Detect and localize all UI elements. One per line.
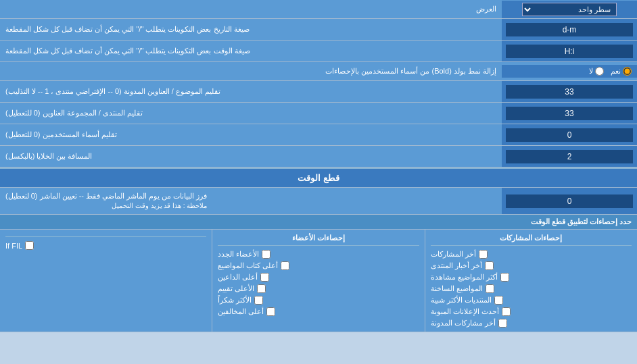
main-container: العرض سطر واحدسطرينثلاثة أسطر صيغة التار… <box>0 0 637 332</box>
stats-col-posts: إحصاءات المشاركات أخر المشاركات أخر أخبا… <box>425 230 637 332</box>
stat-mem-5: الأكثر شكراً <box>218 294 419 306</box>
radio-no-input[interactable] <box>595 67 604 76</box>
stat-post-1-checkbox[interactable] <box>479 250 488 259</box>
time-format-input-container <box>502 41 637 61</box>
stat-post-6-checkbox[interactable] <box>502 307 511 316</box>
stat-post-7-checkbox[interactable] <box>498 319 507 328</box>
date-format-label: صيغة التاريخ بعض التكوينات يتطلب "/" الت… <box>0 19 502 40</box>
stats-col-posts-header: إحصاءات المشاركات <box>431 232 632 246</box>
stats-apply-label: حدد إحصاءات لتطبيق قطع الوقت <box>0 215 637 230</box>
stat-mem-6: أعلى المخالفين <box>218 306 419 317</box>
stat-mem-4: الأعلى تقييم <box>218 283 419 294</box>
stat-mem-3: أعلى الداعين <box>218 271 419 283</box>
stat-mem-1: الأعضاء الجدد <box>218 249 419 260</box>
time-cut-header: قطع الوقت <box>0 167 637 188</box>
stat-mem-4-checkbox[interactable] <box>257 284 266 293</box>
stats-section: حدد إحصاءات لتطبيق قطع الوقت إحصاءات الم… <box>0 215 637 332</box>
time-cut-label: فرز البيانات من يوم الماشر الماضي فقط --… <box>0 188 502 214</box>
cell-spacing-input-container <box>502 146 637 167</box>
stats-col-extra-header <box>5 232 206 237</box>
stat-post-5-checkbox[interactable] <box>494 296 503 305</box>
trim-forum-label: تقليم المنتدى / المجموعة العناوين (0 للت… <box>0 103 502 124</box>
stat-mem-2: أعلى كتاب المواضيع <box>218 260 419 271</box>
stat-extra-1: If FIL <box>5 240 206 251</box>
trim-users-row: تقليم أسماء المستخدمين (0 للتعطيل) <box>0 124 637 146</box>
trim-users-input[interactable] <box>506 128 633 142</box>
stat-post-5: المنتديات الأكثر شبية <box>431 294 632 306</box>
trim-forum-input[interactable] <box>506 107 633 120</box>
bold-removal-label: إزالة نمط بولد (Bold) من أسماء المستخدمي… <box>0 63 502 79</box>
stat-post-2: أخر أخبار المنتدى <box>431 260 632 271</box>
stat-post-1: أخر المشاركات <box>431 249 632 260</box>
date-format-input-container <box>502 19 637 40</box>
view-select[interactable]: سطر واحدسطرينثلاثة أسطر <box>522 3 617 16</box>
stat-post-7: أخر مشاركات المدونة <box>431 317 632 329</box>
stat-mem-3-checkbox[interactable] <box>260 273 269 282</box>
radio-yes-input[interactable] <box>623 67 632 76</box>
trim-users-input-container <box>502 124 637 145</box>
time-format-input[interactable] <box>506 45 633 58</box>
stat-post-3-checkbox[interactable] <box>500 273 509 282</box>
stat-mem-6-checkbox[interactable] <box>266 307 275 316</box>
cell-spacing-input[interactable] <box>506 150 633 163</box>
bold-removal-inputs: نعم لا <box>502 65 637 78</box>
stat-mem-1-checkbox[interactable] <box>262 250 270 259</box>
trim-users-label: تقليم أسماء المستخدمين (0 للتعطيل) <box>0 124 502 145</box>
date-format-input[interactable] <box>506 23 633 36</box>
top-row: العرض سطر واحدسطرينثلاثة أسطر <box>0 0 637 19</box>
time-format-row: صيغة الوقت بعض التكوينات يتطلب "/" التي … <box>0 41 637 62</box>
stats-col-members-header: إحصاءات الأعضاء <box>218 232 419 246</box>
top-row-input: سطر واحدسطرينثلاثة أسطر <box>502 1 637 18</box>
stat-post-6: أحدث الإعلانات المبوبة <box>431 306 632 317</box>
time-cut-input-container <box>502 188 637 214</box>
time-cut-row: فرز البيانات من يوم الماشر الماضي فقط --… <box>0 188 637 215</box>
stat-post-3: أكثر المواضيع مشاهدة <box>431 271 632 283</box>
trim-subject-input[interactable] <box>506 85 633 99</box>
cell-spacing-label: المسافة بين الخلايا (بالبكسل) <box>0 146 502 167</box>
cell-spacing-row: المسافة بين الخلايا (بالبكسل) <box>0 146 637 167</box>
stats-col-members: إحصاءات الأعضاء الأعضاء الجدد أعلى كتاب … <box>212 230 425 332</box>
top-row-label: العرض <box>0 1 502 17</box>
trim-forum-input-container <box>502 103 637 124</box>
time-cut-input[interactable] <box>506 194 633 208</box>
date-format-row: صيغة التاريخ بعض التكوينات يتطلب "/" الت… <box>0 19 637 41</box>
trim-subject-row: تقليم الموضوع / العناوين المدونة (0 -- ا… <box>0 81 637 103</box>
stats-columns: إحصاءات المشاركات أخر المشاركات أخر أخبا… <box>0 230 637 332</box>
stat-mem-2-checkbox[interactable] <box>281 261 289 270</box>
stats-col-extra: If FIL <box>0 230 212 332</box>
trim-subject-label: تقليم الموضوع / العناوين المدونة (0 -- ا… <box>0 81 502 102</box>
stat-post-2-checkbox[interactable] <box>485 261 494 270</box>
trim-subject-input-container <box>502 81 637 102</box>
radio-no[interactable]: لا <box>589 67 604 76</box>
stat-post-4: المواضيع الساخنة <box>431 283 632 294</box>
stat-post-4-checkbox[interactable] <box>486 284 494 293</box>
radio-yes[interactable]: نعم <box>611 67 632 76</box>
stat-extra-1-checkbox[interactable] <box>25 241 34 250</box>
stat-mem-5-checkbox[interactable] <box>254 296 263 305</box>
trim-forum-row: تقليم المنتدى / المجموعة العناوين (0 للت… <box>0 103 637 124</box>
time-format-label: صيغة الوقت بعض التكوينات يتطلب "/" التي … <box>0 41 502 61</box>
bold-removal-row: إزالة نمط بولد (Bold) من أسماء المستخدمي… <box>0 62 637 81</box>
